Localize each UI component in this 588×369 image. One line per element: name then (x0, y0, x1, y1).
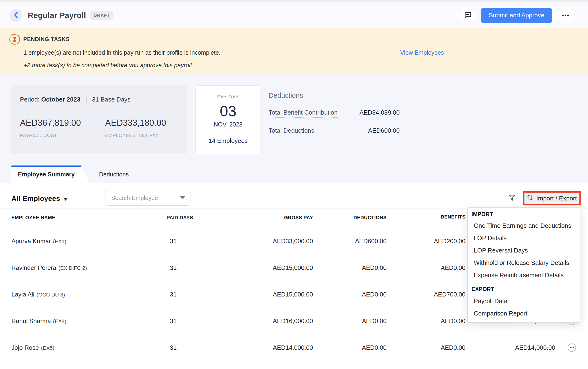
deductions-cell: AED0.00 (362, 291, 387, 298)
menu-section-export: EXPORT (468, 283, 580, 295)
menu-item-payroll-data[interactable]: Payroll Data (468, 295, 580, 307)
employee-id: (EX1) (53, 238, 66, 245)
search-employee-select[interactable]: Search Employee (105, 190, 190, 206)
employee-name: Apurva Kumar (11, 237, 51, 245)
tab-employee-summary[interactable]: Employee Summary (11, 165, 89, 183)
employee-name: Jojo Rose (11, 344, 39, 351)
filter-button[interactable] (506, 192, 518, 204)
employee-id: (EX DIFC 2) (59, 265, 87, 271)
comments-button[interactable] (460, 8, 475, 23)
amounts-row: AED367,819.00 PAYROLL COST AED333,180.00… (20, 118, 187, 138)
menu-item-one-time-earnings[interactable]: One Time Earnings and Deductions (468, 219, 580, 232)
benefits-cell: AED0.00 (441, 264, 466, 272)
status-badge: DRAFT (90, 11, 113, 20)
period-card: Period: October 2023 | 31 Base Days AED3… (11, 85, 187, 154)
menu-item-expense-reimbursement[interactable]: Expense Reimbursement Details (468, 269, 580, 281)
benefits-cell: AED200.00 (434, 237, 466, 245)
row-actions-button[interactable] (568, 343, 576, 352)
import-export-menu: IMPORT One Time Earnings and Deductions … (467, 207, 580, 323)
gross-pay-cell: AED14,000.00 (273, 344, 314, 351)
deductions-summary: Deductions Total Benefit Contribution AE… (269, 85, 400, 154)
employee-name-cell: Layla Ali(GCC DU 3) (0, 291, 147, 298)
menu-item-withhold-release-salary[interactable]: Withhold or Release Salary Details (468, 256, 580, 269)
payday-employee-count: 14 Employees (196, 137, 261, 144)
paid-days-cell: 31 (170, 237, 204, 245)
tab-deductions[interactable]: Deductions (99, 165, 129, 183)
pending-tasks-banner: PENDING TASKS 1 employee(s) are not incl… (0, 28, 588, 74)
chevron-left-icon (13, 11, 19, 19)
net-pay-block: AED333,180.00 EMPLOYEES' NET PAY (105, 118, 166, 138)
payroll-cost-block: AED367,819.00 PAYROLL COST (20, 118, 81, 138)
menu-item-lop-details[interactable]: LOP Details (468, 232, 580, 244)
chevron-down-icon (63, 198, 68, 201)
deductions-cell: AED600.00 (355, 237, 387, 245)
payroll-cost-value: AED367,819.00 (20, 118, 81, 128)
benefits-cell: AED0.00 (441, 344, 466, 351)
total-deductions-label: Total Deductions (269, 127, 314, 134)
total-deductions-value: AED600.00 (368, 127, 400, 134)
employee-name-cell: Apurva Kumar(EX1) (0, 237, 147, 245)
payday-day: 03 (196, 102, 261, 120)
period-line: Period: October 2023 | 31 Base Days (20, 96, 187, 103)
ellipsis-icon (562, 14, 569, 17)
import-export-button[interactable]: Import / Export (524, 193, 579, 204)
top-strip (0, 0, 588, 2)
banner-message: 1 employee(s) are not included in this p… (23, 49, 221, 56)
employee-id: (EX5) (41, 345, 54, 351)
payday-card: PAY DAY 03 NOV, 2023 14 Employees (196, 85, 261, 154)
payday-divider (201, 133, 255, 133)
employee-filter-dropdown[interactable]: All Employees (11, 195, 68, 203)
more-options-button[interactable] (558, 8, 573, 23)
import-export-label: Import / Export (536, 195, 577, 202)
net-pay-cell: AED14,000.00 (515, 344, 556, 351)
employee-id: (GCC DU 3) (37, 292, 65, 298)
submit-and-approve-button[interactable]: Submit and Approve (481, 8, 552, 23)
paid-days-cell: 31 (170, 291, 204, 298)
payday-label: PAY DAY (196, 94, 261, 100)
search-employee-placeholder: Search Employee (111, 195, 158, 201)
net-pay-label: EMPLOYEES' NET PAY (105, 133, 166, 138)
pending-tasks-link[interactable]: +2 more task(s) to be completed before y… (23, 62, 193, 69)
hourglass-icon (9, 33, 21, 46)
menu-item-lop-reversal-days[interactable]: LOP Reversal Days (468, 244, 580, 256)
view-employees-link[interactable]: View Employees (400, 49, 444, 56)
deductions-summary-title: Deductions (269, 92, 400, 99)
back-button[interactable] (10, 9, 22, 22)
total-benefit-contribution-label[interactable]: Total Benefit Contribution (269, 109, 338, 118)
table-toolbar: All Employees Search Employee (0, 183, 588, 209)
column-header-employee-name: EMPLOYEE NAME (0, 215, 147, 220)
tab-employee-summary-label: Employee Summary (11, 165, 81, 183)
gross-pay-cell: AED15,000.00 (273, 264, 314, 272)
page-title: Regular Payroll (28, 11, 86, 20)
employee-name-cell: Rahul Sharma(EX4) (0, 318, 147, 325)
gross-pay-cell: AED15,000.00 (273, 291, 314, 298)
table-row[interactable]: Jojo Rose(EX5) 31 AED14,000.00 AED0.00 A… (0, 334, 588, 361)
employee-name-cell: Ravinder Perera(EX DIFC 2) (0, 264, 147, 272)
employee-id: (EX4) (53, 318, 66, 324)
banner-title: PENDING TASKS (23, 36, 69, 42)
deductions-cell: AED0.00 (362, 318, 387, 325)
total-benefit-contribution-value: AED34,039.00 (360, 109, 400, 116)
chevron-down-icon (180, 196, 185, 199)
employee-filter-label: All Employees (11, 195, 60, 203)
deduction-summary-row: Total Deductions AED600.00 (269, 127, 400, 134)
column-header-benefits[interactable]: BENEFITS (441, 214, 466, 221)
benefits-cell: AED700.00 (434, 291, 466, 298)
app-header: Regular Payroll DRAFT Submit and Approve (0, 2, 588, 28)
paid-days-cell: 31 (170, 318, 204, 325)
period-separator: | (86, 96, 87, 103)
period-label: Period: (20, 96, 39, 103)
menu-item-comparison-report[interactable]: Comparison Report (468, 307, 580, 319)
deductions-cell: AED0.00 (362, 344, 387, 351)
deductions-summary-rows: Total Benefit Contribution AED34,039.00 … (269, 109, 400, 134)
base-days: 31 Base Days (92, 96, 131, 103)
payroll-cost-label: PAYROLL COST (20, 133, 81, 138)
annotation-highlight-box: Import / Export (523, 191, 581, 205)
benefits-cell: AED0.00 (441, 318, 466, 325)
summary-row: Period: October 2023 | 31 Base Days AED3… (11, 85, 400, 154)
employee-name: Rahul Sharma (11, 318, 51, 325)
paid-days-cell: 31 (170, 344, 204, 351)
column-header-gross-pay: GROSS PAY (284, 215, 314, 220)
payday-month-year: NOV, 2023 (196, 121, 261, 128)
menu-section-import: IMPORT (468, 209, 580, 219)
